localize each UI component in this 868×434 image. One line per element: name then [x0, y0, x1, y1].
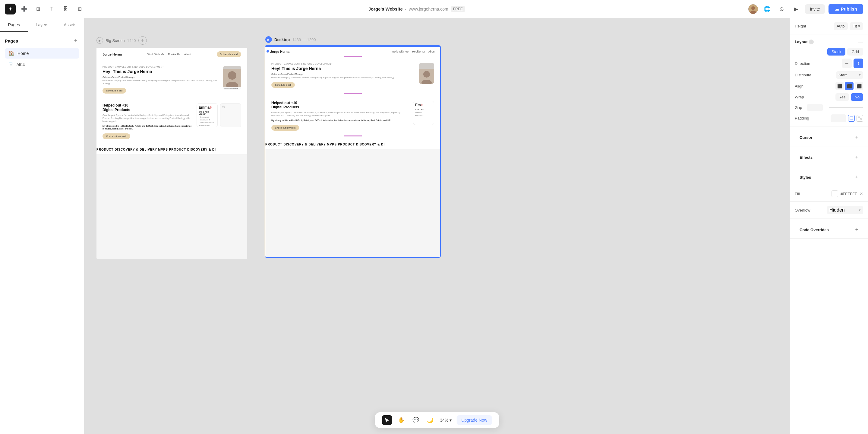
layout-type-selector-row: Layout Stack Grid — [795, 48, 863, 56]
play-icon[interactable]: ▶ — [790, 4, 801, 15]
fill-controls: #FFFFFF ✕ — [832, 191, 863, 197]
fill-section: Fill #FFFFFF ✕ — [790, 186, 868, 202]
hand-tool[interactable]: ✋ — [397, 415, 406, 425]
hero-desc-desktop: dedicated to helping businesses achieve … — [271, 76, 414, 79]
frame-name-bigscreen: Big Screen — [105, 38, 125, 43]
tab-assets[interactable]: Assets — [56, 18, 84, 32]
direction-vertical-btn[interactable]: ↕ — [854, 59, 863, 68]
hero-text-bigscreen: PRODUCT MANAGEMENT & NO-CODE DEVELOPMENT… — [102, 66, 218, 93]
nav-link-1[interactable]: Work With Me — [148, 53, 164, 56]
nav-cta-bigscreen[interactable]: Schedule a call — [217, 51, 241, 57]
frame-wrapper-bigscreen: ▶ Big Screen 1440 + Jorge Herna Work Wit… — [96, 36, 247, 259]
grid-type-button[interactable]: Grid — [847, 48, 863, 56]
height-row: Height Auto Fit ▾ — [795, 22, 863, 30]
zoom-control[interactable]: 34% ▾ — [440, 418, 452, 423]
type-controls: Stack Grid — [827, 48, 863, 56]
select-tool[interactable] — [382, 415, 392, 425]
fill-color-swatch[interactable] — [832, 191, 838, 197]
overflow-select[interactable]: Hidden ▾ — [827, 206, 863, 214]
gap-dash: - — [825, 105, 827, 111]
distribute-row: Distribute Start ▾ — [795, 71, 863, 79]
fill-remove-btn[interactable]: ✕ — [860, 191, 863, 196]
logo-button[interactable]: ✦ — [5, 4, 16, 15]
padding-input[interactable]: 0 — [831, 114, 846, 122]
add-frame-button-bigscreen[interactable]: + — [138, 36, 147, 45]
nav-link-2[interactable]: RookiePM — [168, 53, 181, 56]
site-preview-bigscreen: Jorge Herna Work With Me RookiePM About … — [96, 48, 247, 154]
svg-point-4 — [228, 71, 236, 80]
add-page-button[interactable]: + — [72, 37, 79, 45]
overflow-section: Overflow Hidden ▾ — [790, 202, 868, 219]
tab-pages[interactable]: Pages — [0, 18, 28, 32]
play-button-desktop[interactable]: ▶ — [265, 36, 272, 43]
helped-bigscreen: Helped out +10Digital Products Over the … — [96, 98, 247, 144]
ticker-desktop: PRODUCT DISCOVERY & DELIVERY MVPS PRODUC… — [265, 139, 440, 149]
align-center-btn[interactable]: ⬛ — [845, 82, 854, 90]
helped-cta-desktop[interactable]: Check out my work — [271, 125, 299, 131]
invite-button[interactable]: Invite — [805, 4, 825, 14]
padding-row: Padding 0 — [795, 114, 863, 122]
stack-type-button[interactable]: Stack — [827, 48, 846, 56]
wrap-no-button[interactable]: No — [851, 93, 863, 101]
code-overrides-add-btn[interactable]: + — [855, 227, 858, 233]
layout-label: Layout — [795, 39, 808, 44]
add-tool-button[interactable]: ➕ — [19, 4, 30, 15]
effects-add-btn[interactable]: + — [855, 154, 858, 161]
frame-size-bigscreen: 1440 — [127, 38, 136, 43]
nav-link-desktop-2[interactable]: RookiePM — [412, 50, 425, 53]
direction-horizontal-btn[interactable]: ↔ — [842, 59, 852, 68]
helped-cta-bigscreen[interactable]: Check out my work — [102, 134, 130, 139]
layout-type-row: Layout i — — [795, 39, 863, 45]
code-overrides-section: Code Overrides + — [790, 219, 868, 239]
helped-strong-bigscreen: My strong suit is in HealthTech, Retail,… — [102, 125, 192, 131]
page-label-404: /404 — [17, 62, 25, 67]
wrap-yes-button[interactable]: Yes — [835, 93, 849, 101]
distribute-select[interactable]: Start ▾ — [836, 71, 863, 79]
padding-corners-btn[interactable] — [857, 115, 863, 122]
grid-tool-button[interactable]: ⊞ — [74, 4, 85, 15]
dark-mode-tool[interactable]: 🌙 — [425, 415, 435, 425]
main-layout: Pages Layers Assets Pages + 🏠 Home 📄 /40… — [0, 18, 868, 434]
page-item-404[interactable]: 📄 /404 — [5, 60, 79, 69]
hero-cta-bigscreen[interactable]: Schedule a call — [102, 88, 126, 93]
nav-link-3[interactable]: About — [184, 53, 191, 56]
frame-bigscreen[interactable]: Jorge Herna Work With Me RookiePM About … — [96, 48, 247, 259]
height-label: Height — [795, 24, 806, 28]
styles-section: Styles + — [790, 166, 868, 186]
svg-point-1 — [751, 6, 755, 10]
align-left-btn[interactable]: ⬛ — [835, 82, 844, 90]
gap-input[interactable]: 10 — [807, 104, 823, 111]
globe-icon[interactable]: 🌐 — [762, 4, 772, 15]
brand-card-list: • Discovered • Developed & Launched in t… — [199, 116, 216, 127]
collapse-layout-button[interactable]: — — [858, 39, 863, 45]
page-item-home[interactable]: 🏠 Home — [5, 48, 79, 59]
hero-cta-desktop[interactable]: Schedule a call — [271, 82, 295, 88]
page-icon-404: 📄 — [8, 62, 13, 67]
frame-desktop[interactable]: Jorge Herna Work With Me RookiePM About … — [265, 46, 440, 257]
height-auto-btn[interactable]: Auto — [834, 22, 848, 30]
settings-icon[interactable]: ⊙ — [776, 4, 787, 15]
gap-slider[interactable] — [829, 107, 863, 108]
nav-link-desktop-3[interactable]: About — [428, 50, 435, 53]
layout-info-icon[interactable]: i — [809, 39, 814, 45]
avatar[interactable] — [748, 4, 758, 14]
publish-label: Publish — [841, 6, 857, 11]
frame-wrapper-desktop: ▶ Desktop 1439 — 1200 Jorge Herna Work W… — [265, 36, 440, 257]
fill-color-value[interactable]: #FFFFFF — [841, 192, 857, 196]
tab-layers[interactable]: Layers — [28, 18, 56, 32]
comment-tool[interactable]: 💬 — [411, 415, 421, 425]
media-tool-button[interactable]: 🗄 — [60, 4, 71, 15]
height-controls: Auto Fit ▾ — [834, 22, 863, 30]
play-button-bigscreen[interactable]: ▶ — [96, 37, 103, 44]
styles-add-btn[interactable]: + — [855, 174, 858, 180]
upgrade-button[interactable]: Upgrade Now — [457, 415, 492, 425]
height-fit-btn[interactable]: Fit ▾ — [849, 22, 863, 30]
text-tool-button[interactable]: T — [46, 4, 57, 15]
publish-button[interactable]: ☁ Publish — [829, 4, 863, 14]
align-right-btn[interactable]: ⬛ — [855, 82, 863, 90]
components-tool-button[interactable]: ⊞ — [33, 4, 43, 15]
padding-square-btn[interactable] — [848, 115, 855, 122]
cursor-add-btn[interactable]: + — [855, 134, 858, 141]
nav-link-desktop-1[interactable]: Work With Me — [392, 50, 408, 53]
page-label-home: Home — [18, 51, 29, 56]
